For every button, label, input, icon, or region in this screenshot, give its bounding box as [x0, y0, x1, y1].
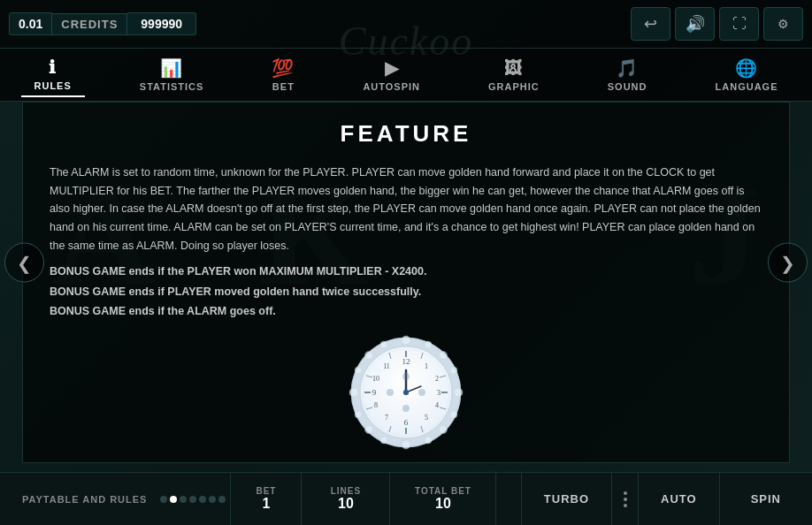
- totalbet-value: 10: [435, 496, 451, 512]
- bet-display: 0.01: [9, 12, 52, 35]
- nav-arrow-left[interactable]: ❮: [4, 243, 44, 283]
- content-panel: FEATURE The ALARM is set to random time,…: [22, 102, 790, 463]
- turbo-button[interactable]: TURBO: [521, 473, 612, 525]
- dot-4[interactable]: [189, 496, 196, 503]
- left-arrow-icon: ❮: [17, 252, 32, 273]
- menu-button[interactable]: ⚙: [763, 7, 803, 41]
- svg-point-16: [425, 437, 432, 444]
- svg-text:8: 8: [374, 401, 378, 409]
- svg-text:4: 4: [435, 401, 439, 409]
- tab-language[interactable]: 🌐 LANGUAGE: [702, 53, 792, 96]
- dot-opt-2: [624, 498, 627, 501]
- dot-7[interactable]: [218, 496, 226, 503]
- statistics-icon: 📊: [160, 57, 183, 79]
- bottom-bar: PAYTABLE AND RULES BET 1 LINES 10 TOTAL …: [0, 472, 812, 525]
- svg-point-5: [365, 351, 373, 359]
- svg-point-12: [450, 367, 457, 374]
- svg-point-13: [355, 411, 362, 418]
- autospin-icon: ▶: [385, 57, 399, 79]
- dot-5[interactable]: [199, 496, 206, 503]
- fullscreen-button[interactable]: ⛶: [719, 7, 759, 41]
- menu-icon: ⚙: [778, 17, 789, 31]
- feature-body-text: The ALARM is set to random time, unknown…: [50, 164, 762, 255]
- totalbet-label: TOTAL BET: [415, 486, 471, 496]
- dot-opt-3: [624, 504, 627, 507]
- bonus-line-1: BONUS GAME ends if the PLAYER won MAXIMU…: [50, 262, 762, 282]
- back-icon: ↩: [644, 14, 657, 34]
- svg-text:6: 6: [404, 418, 409, 427]
- tab-rules-label: RULES: [34, 80, 72, 91]
- tab-sound[interactable]: 🎵 SOUND: [594, 53, 661, 96]
- language-icon: 🌐: [735, 57, 758, 79]
- tab-autospin-label: AUTOSPIN: [363, 81, 420, 92]
- svg-point-6: [440, 351, 448, 359]
- bet-label: BET: [256, 486, 276, 496]
- dot-3[interactable]: [180, 496, 187, 503]
- tab-sound-label: SOUND: [608, 81, 647, 92]
- svg-text:9: 9: [372, 388, 377, 397]
- rules-icon: ℹ: [49, 57, 57, 78]
- svg-text:10: 10: [372, 375, 379, 383]
- svg-text:2: 2: [435, 375, 439, 383]
- top-bar: 0.01 CREDITS 999990 ↩ 🔊 ⛶ ⚙: [0, 0, 812, 49]
- credits-value: 999990: [127, 12, 196, 35]
- paytable-label: PAYTABLE AND RULES: [9, 494, 160, 505]
- right-arrow-icon: ❯: [780, 252, 795, 273]
- sound-icon: 🔊: [686, 14, 705, 34]
- clock-image: 12 6 3 9 1 2 4 5 7 8 10 11: [349, 335, 463, 450]
- nav-arrow-right[interactable]: ❯: [768, 243, 808, 283]
- bet-value: 1: [263, 496, 271, 512]
- lines-value: 10: [338, 496, 354, 512]
- back-button[interactable]: ↩: [631, 7, 670, 41]
- svg-point-14: [450, 411, 457, 418]
- dot-opt-1: [624, 491, 627, 495]
- fullscreen-icon: ⛶: [732, 16, 747, 32]
- tab-rules[interactable]: ℹ RULES: [21, 52, 85, 97]
- svg-point-46: [402, 373, 410, 380]
- lines-label: LINES: [331, 486, 361, 496]
- tab-language-label: LANGUAGE: [716, 81, 778, 92]
- svg-point-1: [402, 336, 410, 345]
- auto-button[interactable]: AUTO: [639, 473, 720, 525]
- svg-point-4: [454, 388, 463, 397]
- tab-graphic[interactable]: 🖼 GRAPHIC: [475, 54, 553, 96]
- dot-2[interactable]: [170, 496, 177, 503]
- svg-point-7: [365, 425, 373, 433]
- bet-section: BET 1: [231, 473, 302, 525]
- nav-tabs: ℹ RULES 📊 STATISTICS 💯 BET ▶ AUTOSPIN 🖼 …: [0, 49, 812, 102]
- svg-point-2: [402, 440, 410, 449]
- credits-section: 0.01 CREDITS 999990: [9, 12, 196, 35]
- paytable-section: PAYTABLE AND RULES: [0, 473, 231, 525]
- bonus-line-3: BONUS GAME ends if the ALARM goes off.: [50, 301, 762, 322]
- tab-statistics-label: STATISTICS: [140, 81, 204, 92]
- svg-text:11: 11: [383, 362, 390, 370]
- svg-point-50: [403, 390, 409, 395]
- dot-6[interactable]: [209, 496, 216, 503]
- clock-container: 12 6 3 9 1 2 4 5 7 8 10 11: [50, 335, 762, 450]
- options-button[interactable]: [612, 473, 639, 525]
- svg-text:3: 3: [437, 388, 441, 397]
- svg-text:5: 5: [425, 414, 428, 422]
- page-dots: [160, 496, 230, 503]
- totalbet-section: TOTAL BET 10: [390, 473, 496, 525]
- svg-point-47: [418, 389, 425, 396]
- lines-section: LINES 10: [302, 473, 390, 525]
- spin-button[interactable]: SPIN: [720, 473, 812, 525]
- svg-point-48: [402, 405, 410, 412]
- svg-point-3: [349, 388, 358, 397]
- svg-point-9: [380, 341, 387, 348]
- graphic-icon: 🖼: [504, 58, 523, 79]
- svg-point-8: [440, 425, 448, 433]
- sound-tab-icon: 🎵: [616, 57, 639, 79]
- svg-text:7: 7: [385, 414, 388, 422]
- dot-1[interactable]: [160, 496, 167, 503]
- sound-button[interactable]: 🔊: [675, 7, 715, 41]
- tab-bet[interactable]: 💯 BET: [258, 53, 308, 96]
- tab-bet-label: BET: [272, 81, 295, 92]
- top-controls: ↩ 🔊 ⛶ ⚙: [631, 7, 803, 41]
- tab-autospin[interactable]: ▶ AUTOSPIN: [349, 53, 433, 96]
- tab-graphic-label: GRAPHIC: [488, 81, 540, 92]
- tab-statistics[interactable]: 📊 STATISTICS: [126, 53, 218, 96]
- bet-icon: 💯: [272, 57, 295, 79]
- feature-title: FEATURE: [50, 120, 762, 148]
